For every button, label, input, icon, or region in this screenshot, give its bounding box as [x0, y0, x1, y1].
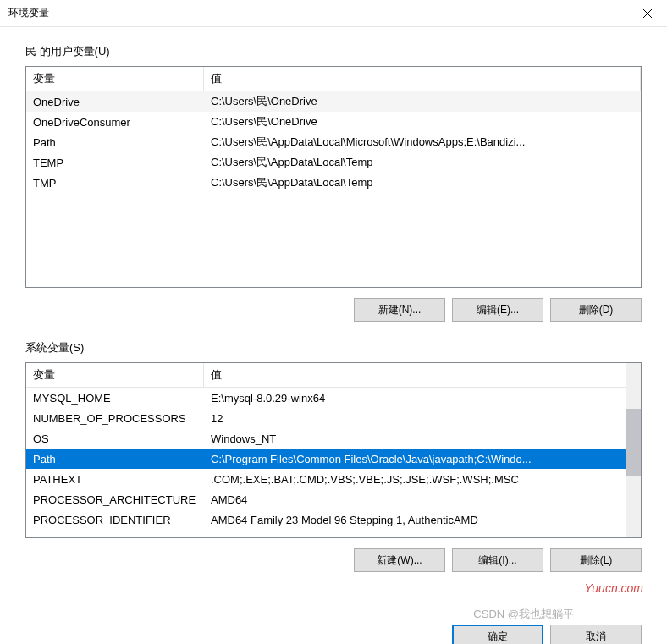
row-variable: OS: [26, 432, 204, 445]
table-row[interactable]: MYSQL_HOME E:\mysql-8.0.29-winx64: [26, 388, 626, 408]
titlebar: 环境变量: [0, 0, 667, 27]
row-value: 12: [204, 412, 626, 425]
row-value: AMD64 Family 23 Model 96 Stepping 1, Aut…: [204, 514, 626, 526]
row-variable: NUMBER_OF_PROCESSORS: [26, 412, 204, 425]
user-section-label: 民 的用户变量(U): [25, 44, 642, 59]
user-new-button[interactable]: 新建(N)...: [354, 298, 445, 322]
table-row[interactable]: NUMBER_OF_PROCESSORS 12: [26, 408, 626, 428]
system-buttons: 新建(W)... 编辑(I)... 删除(L): [25, 548, 642, 572]
cancel-button[interactable]: 取消: [550, 625, 642, 644]
row-variable: Path: [26, 453, 204, 465]
row-value: C:\Users\民\AppData\Local\Microsoft\Windo…: [204, 135, 641, 150]
row-variable: PATHEXT: [26, 473, 204, 486]
system-section-label: 系统变量(S): [25, 340, 642, 355]
system-new-button[interactable]: 新建(W)...: [354, 548, 445, 572]
row-variable: OneDrive: [26, 96, 204, 108]
row-variable: MYSQL_HOME: [26, 392, 204, 405]
table-row[interactable]: OneDriveConsumer C:\Users\民\OneDrive: [26, 112, 641, 132]
user-variables-table[interactable]: 变量 值 OneDrive C:\Users\民\OneDrive OneDri…: [25, 66, 642, 288]
system-table-body: MYSQL_HOME E:\mysql-8.0.29-winx64 NUMBER…: [26, 388, 641, 530]
row-value: E:\mysql-8.0.29-winx64: [204, 392, 626, 405]
dialog-body: 民 的用户变量(U) 变量 值 OneDrive C:\Users\民\OneD…: [0, 27, 667, 601]
system-header-value[interactable]: 值: [204, 363, 626, 387]
row-variable: TMP: [26, 177, 204, 190]
user-edit-button[interactable]: 编辑(E)...: [452, 298, 543, 322]
system-variables-section: 系统变量(S) 变量 值 MYSQL_HOME E:\mysql-8.0.29-…: [25, 340, 642, 572]
system-table-header: 变量 值: [26, 363, 641, 388]
scroll-thumb[interactable]: [626, 409, 641, 476]
row-value: C:\Users\民\OneDrive: [204, 94, 641, 109]
table-row-selected[interactable]: Path C:\Program Files\Common Files\Oracl…: [26, 449, 626, 469]
window-title: 环境变量: [8, 6, 49, 20]
row-value: AMD64: [204, 493, 626, 506]
row-variable: Path: [26, 136, 204, 149]
system-header-variable[interactable]: 变量: [26, 363, 204, 387]
table-row[interactable]: OS Windows_NT: [26, 428, 626, 449]
system-variables-table[interactable]: 变量 值 MYSQL_HOME E:\mysql-8.0.29-winx64 N…: [25, 362, 642, 538]
row-value: Windows_NT: [204, 432, 626, 445]
system-edit-button[interactable]: 编辑(I)...: [452, 548, 543, 572]
ok-button[interactable]: 确定: [452, 625, 543, 644]
row-value: C:\Program Files\Common Files\Oracle\Jav…: [204, 453, 626, 465]
table-row[interactable]: Path C:\Users\民\AppData\Local\Microsoft\…: [26, 132, 641, 152]
user-header-value[interactable]: 值: [204, 67, 641, 91]
close-button[interactable]: [628, 0, 667, 27]
system-scrollbar[interactable]: [626, 363, 641, 537]
table-row[interactable]: TMP C:\Users\民\AppData\Local\Temp: [26, 173, 641, 193]
table-row[interactable]: PROCESSOR_IDENTIFIER AMD64 Family 23 Mod…: [26, 509, 626, 530]
dialog-footer: 确定 取消: [0, 601, 667, 644]
table-row[interactable]: PATHEXT .COM;.EXE;.BAT;.CMD;.VBS;.VBE;.J…: [26, 469, 626, 489]
user-table-header: 变量 值: [26, 67, 641, 91]
user-buttons: 新建(N)... 编辑(E)... 删除(D): [25, 298, 642, 322]
row-variable: OneDriveConsumer: [26, 116, 204, 129]
row-value: C:\Users\民\AppData\Local\Temp: [204, 155, 641, 170]
user-variables-section: 民 的用户变量(U) 变量 值 OneDrive C:\Users\民\OneD…: [25, 44, 642, 322]
row-value: C:\Users\民\AppData\Local\Temp: [204, 175, 641, 190]
user-table-body: OneDrive C:\Users\民\OneDrive OneDriveCon…: [26, 91, 641, 193]
row-variable: TEMP: [26, 157, 204, 169]
system-delete-button[interactable]: 删除(L): [550, 548, 642, 572]
user-delete-button[interactable]: 删除(D): [550, 298, 642, 322]
row-variable: PROCESSOR_ARCHITECTURE: [26, 493, 204, 506]
user-header-variable[interactable]: 变量: [26, 67, 204, 91]
close-icon: [643, 9, 652, 18]
table-row[interactable]: PROCESSOR_ARCHITECTURE AMD64: [26, 489, 626, 509]
table-row[interactable]: OneDrive C:\Users\民\OneDrive: [26, 91, 641, 112]
table-row[interactable]: TEMP C:\Users\民\AppData\Local\Temp: [26, 152, 641, 173]
row-value: C:\Users\民\OneDrive: [204, 114, 641, 129]
row-variable: PROCESSOR_IDENTIFIER: [26, 514, 204, 526]
row-value: .COM;.EXE;.BAT;.CMD;.VBS;.VBE;.JS;.JSE;.…: [204, 473, 626, 486]
